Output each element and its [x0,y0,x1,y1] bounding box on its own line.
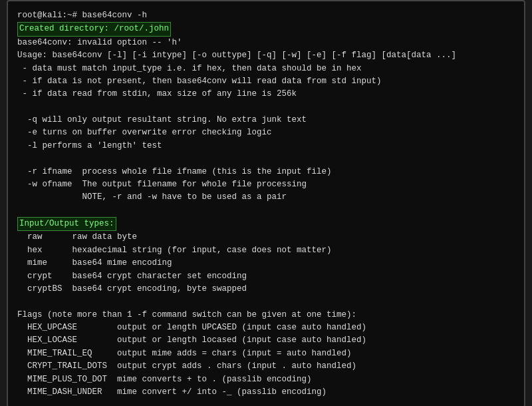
blank-line [17,101,515,114]
terminal-line-mime_dash_under: MIME_DASH_UNDER mime convert +/ into -_ … [17,386,515,399]
terminal-line-hex_locase: HEX_LOCASE output or length locased (inp… [17,334,515,347]
line-text-note2: - if data is not present, then base64con… [17,75,515,88]
line-text-mime: mime base64 mime encoding [17,257,515,270]
line-text-mime_plus_to_dot: MIME_PLUS_TO_DOT mime converts + to . (p… [17,373,515,386]
line-text-note3: - if data read from stdin, max size of a… [17,88,515,101]
line-text-cryptbs: cryptBS base64 crypt encoding, byte swap… [17,283,515,296]
line-text-hex_locase: HEX_LOCASE output or length locased (inp… [17,334,515,347]
highlight-text-io_label: Input/Output types: [17,217,116,231]
terminal-line-mime: mime base64 mime encoding [17,257,515,270]
terminal-line-cryptbs: cryptBS base64 crypt encoding, byte swap… [17,283,515,296]
line-text-opt_r: -r ifname process whole file ifname (thi… [17,166,515,178]
blank-line [17,204,515,217]
line-text-mime_trail_eq: MIME_TRAIL_EQ output mime adds = chars (… [17,347,515,360]
terminal-line-opt_q: -q will only output resultant string. No… [17,114,515,126]
line-text-opt_q: -q will only output resultant string. No… [17,114,515,126]
terminal-line-mime_trail_eq: MIME_TRAIL_EQ output mime adds = chars (… [17,347,515,360]
terminal-line-note_rw: NOTE, -r and -w have to be used as a pai… [17,191,515,204]
line-text-note_rw: NOTE, -r and -w have to be used as a pai… [17,191,515,204]
terminal-line-crypt: crypt base64 crypt character set encodin… [17,270,515,283]
terminal-line-note1: - data must match input_type i.e. if hex… [17,63,515,75]
terminal-line-crypt_trail_dots: CRYPT_TRAIL_DOTS output crypt adds . cha… [17,360,515,373]
line-text-crypt_trail_dots: CRYPT_TRAIL_DOTS output crypt adds . cha… [17,360,515,373]
terminal-line-note2: - if data is not present, then base64con… [17,75,515,88]
blank-line [17,152,515,165]
terminal-window: root@kali:~# base64conv -hCreated direct… [7,0,525,406]
line-text-usage: Usage: base64conv [-l] [-i intype] [-o o… [17,49,515,62]
terminal-line-mime_plus_to_dot: MIME_PLUS_TO_DOT mime converts + to . (p… [17,373,515,386]
line-text-cmd: root@kali:~# base64conv -h [17,9,515,22]
line-text-opt_l: -l performs a 'length' test [17,140,515,152]
highlighted-line-io_label: Input/Output types: [17,217,515,231]
line-text-hex: hex hexadecimal string (for input, case … [17,244,515,257]
terminal-line-invalid: base64conv: invalid option -- 'h' [17,37,515,49]
line-text-raw: raw raw data byte [17,231,515,244]
blank-line [17,296,515,308]
line-text-hex_upcase: HEX_UPCASE output or length UPCASED (inp… [17,321,515,334]
line-text-flags_note: Flags (note more than 1 -f command switc… [17,309,515,321]
terminal-line-opt_l: -l performs a 'length' test [17,140,515,152]
line-text-mime_dash_under: MIME_DASH_UNDER mime convert +/ into -_ … [17,386,515,399]
terminal-line-opt_w: -w ofname The output filename for whole … [17,178,515,191]
terminal-line-hex_upcase: HEX_UPCASE output or length UPCASED (inp… [17,321,515,334]
line-text-crypt: crypt base64 crypt character set encodin… [17,270,515,283]
line-text-opt_w: -w ofname The output filename for whole … [17,178,515,191]
highlighted-line-created: Created directory: /root/.john [17,22,515,36]
terminal-line-opt_e: -e turns on buffer overwrite error check… [17,126,515,139]
terminal-line-opt_r: -r ifname process whole file ifname (thi… [17,166,515,178]
terminal-line-raw: raw raw data byte [17,231,515,244]
highlight-text-created: Created directory: /root/.john [17,22,171,36]
line-text-invalid: base64conv: invalid option -- 'h' [17,37,515,49]
terminal-line-note3: - if data read from stdin, max size of a… [17,88,515,101]
terminal-line-usage: Usage: base64conv [-l] [-i intype] [-o o… [17,49,515,62]
terminal-line-cmd: root@kali:~# base64conv -h [17,9,515,22]
terminal-line-flags_note: Flags (note more than 1 -f command switc… [17,309,515,321]
terminal-line-hex: hex hexadecimal string (for input, case … [17,244,515,257]
line-text-note1: - data must match input_type i.e. if hex… [17,63,515,75]
line-text-opt_e: -e turns on buffer overwrite error check… [17,126,515,139]
